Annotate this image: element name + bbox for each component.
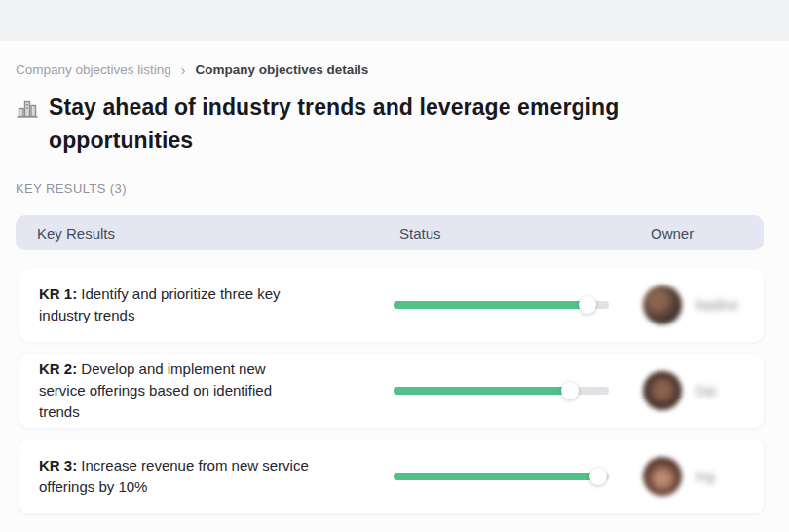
kr3-owner-cell: Ing bbox=[643, 457, 764, 496]
chevron-right-icon: › bbox=[181, 63, 186, 77]
table-header: Key Results Status Owner bbox=[16, 215, 764, 250]
slider-fill bbox=[394, 301, 587, 309]
slider-thumb[interactable] bbox=[561, 382, 579, 399]
slider-track bbox=[394, 301, 609, 309]
column-header-owner: Owner bbox=[643, 225, 764, 242]
kr3-status-cell bbox=[394, 468, 643, 485]
owner-name: Dai bbox=[695, 383, 716, 399]
buildings-icon bbox=[16, 97, 39, 125]
table-row-kr1[interactable]: KR 1: Identify and prioritize three key … bbox=[19, 268, 764, 342]
breadcrumb: Company objectives listing › Company obj… bbox=[16, 62, 764, 77]
avatar bbox=[643, 371, 682, 410]
column-header-key-results: Key Results bbox=[16, 225, 394, 242]
table-row-kr3[interactable]: KR 3: Increase revenue from new service … bbox=[19, 439, 764, 513]
kr2-description: KR 2: Develop and implement new service … bbox=[19, 359, 394, 423]
kr2-label: KR 2: bbox=[39, 361, 77, 377]
slider-fill bbox=[394, 387, 570, 395]
key-results-list: KR 1: Identify and prioritize three key … bbox=[19, 268, 764, 513]
page-title: Stay ahead of industry trends and levera… bbox=[49, 91, 662, 157]
slider-track bbox=[394, 387, 609, 395]
kr3-description: KR 3: Increase revenue from new service … bbox=[19, 455, 394, 498]
content-panel: Company objectives listing › Company obj… bbox=[0, 41, 789, 532]
kr3-progress-slider[interactable] bbox=[394, 468, 609, 485]
kr1-owner-cell: Nadine bbox=[643, 285, 764, 324]
kr2-owner-cell: Dai bbox=[643, 371, 764, 410]
slider-thumb[interactable] bbox=[579, 296, 596, 314]
slider-fill bbox=[394, 473, 598, 480]
key-results-section-label: KEY RESULTS (3) bbox=[16, 182, 764, 196]
avatar bbox=[643, 285, 682, 324]
slider-thumb[interactable] bbox=[589, 468, 607, 485]
kr1-description: KR 1: Identify and prioritize three key … bbox=[19, 284, 394, 326]
kr3-text: Increase revenue from new service offeri… bbox=[39, 457, 309, 495]
owner-name: Nadine bbox=[695, 297, 738, 313]
slider-track bbox=[394, 473, 609, 480]
breadcrumb-parent-link[interactable]: Company objectives listing bbox=[16, 62, 171, 77]
kr2-status-cell bbox=[394, 382, 643, 399]
kr2-progress-slider[interactable] bbox=[394, 382, 609, 399]
column-header-status: Status bbox=[394, 225, 643, 242]
table-row-kr2[interactable]: KR 2: Develop and implement new service … bbox=[19, 354, 764, 428]
owner-name: Ing bbox=[695, 469, 714, 484]
avatar bbox=[643, 457, 682, 496]
kr1-status-cell bbox=[394, 296, 643, 314]
objective-title-row: Stay ahead of industry trends and levera… bbox=[16, 91, 764, 157]
kr3-label: KR 3: bbox=[39, 457, 77, 474]
kr1-label: KR 1: bbox=[39, 285, 77, 302]
breadcrumb-current: Company objectives details bbox=[196, 62, 369, 77]
kr1-progress-slider[interactable] bbox=[394, 296, 609, 314]
